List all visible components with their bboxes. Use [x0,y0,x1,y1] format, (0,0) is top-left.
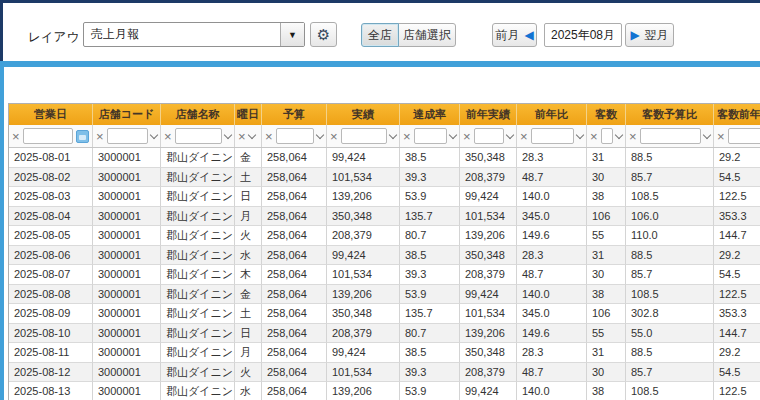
data-grid: 営業日店舗コード店舗名称曜日予算実績達成率前年実績前年比客数客数予算比客数前年比… [8,103,760,400]
table-cell: 月 [235,207,262,227]
header-row: 営業日店舗コード店舗名称曜日予算実績達成率前年実績前年比客数客数予算比客数前年比 [9,104,760,125]
filter-input[interactable] [175,128,222,144]
table-row[interactable]: 2025-08-033000001郡山ダイニング日258,064139,2065… [9,187,760,207]
table-cell: 108.5 [626,285,714,305]
chevron-down-icon[interactable] [247,130,255,138]
column-header[interactable]: 客数前年比 [714,104,760,125]
clear-filter-icon[interactable]: × [12,130,20,143]
table-cell: 144.7 [714,226,760,246]
table-cell: 122.5 [714,285,760,305]
table-cell: 258,064 [262,304,327,324]
calendar-icon[interactable] [76,130,89,143]
column-header[interactable]: 客数予算比 [626,104,714,125]
chevron-down-icon[interactable] [506,130,514,138]
table-cell: 54.5 [714,265,760,285]
table-cell: 日 [235,324,262,344]
column-header[interactable]: 客数 [587,104,626,125]
table-row[interactable]: 2025-08-083000001郡山ダイニング金258,064139,2065… [9,285,760,305]
table-cell: 土 [235,168,262,188]
column-header[interactable]: 営業日 [9,104,93,125]
table-cell: 345.0 [517,304,587,324]
clear-filter-icon[interactable]: × [463,130,471,143]
column-header[interactable]: 実績 [327,104,400,125]
settings-button[interactable]: ⚙ [310,22,337,47]
column-header[interactable]: 店舗名称 [161,104,235,125]
clear-filter-icon[interactable]: × [717,130,725,143]
store-select-button[interactable]: 店舗選択 [398,23,456,47]
column-header[interactable]: 前年比 [517,104,587,125]
filter-input[interactable] [601,128,613,144]
chevron-down-icon[interactable] [316,130,324,138]
clear-filter-icon[interactable]: × [590,130,598,143]
column-header[interactable]: 達成率 [400,104,460,125]
filter-input[interactable] [414,128,447,144]
chevron-down-icon[interactable] [224,130,232,138]
table-cell: 29.2 [714,148,760,168]
filter-input[interactable] [107,128,148,144]
filter-input[interactable] [640,128,701,144]
chevron-down-icon[interactable] [150,130,158,138]
table-cell: 28.3 [517,148,587,168]
table-cell: 108.5 [626,382,714,400]
table-row[interactable]: 2025-08-053000001郡山ダイニング火258,064208,3798… [9,226,760,246]
chevron-down-icon[interactable] [389,130,397,138]
clear-filter-icon[interactable]: × [520,130,528,143]
table-cell: 106 [587,304,626,324]
table-row[interactable]: 2025-08-063000001郡山ダイニング水258,06499,42438… [9,246,760,266]
column-header[interactable]: 店舗コード [93,104,161,125]
filter-cell: × [626,125,714,147]
table-cell: 54.5 [714,363,760,383]
table-cell: 郡山ダイニング [161,265,235,285]
all-stores-button[interactable]: 全店 [361,23,399,47]
table-cell: 353.3 [714,207,760,227]
chevron-down-icon[interactable] [615,130,623,138]
table-cell: 101,534 [327,265,400,285]
table-row[interactable]: 2025-08-013000001郡山ダイニング金258,06499,42438… [9,148,760,168]
filter-input[interactable] [341,128,387,144]
filter-input[interactable] [23,128,73,144]
clear-filter-icon[interactable]: × [265,130,273,143]
table-cell: 122.5 [714,382,760,400]
filter-cell: × [587,125,626,147]
table-cell: 101,534 [327,363,400,383]
next-month-button[interactable]: ▶ 翌月 [625,23,674,47]
prev-month-button[interactable]: 前月 ◀ [492,23,537,47]
table-row[interactable]: 2025-08-133000001郡山ダイニング水258,064139,2065… [9,382,760,400]
clear-filter-icon[interactable]: × [629,130,637,143]
column-header[interactable]: 予算 [262,104,327,125]
column-header[interactable]: 曜日 [235,104,262,125]
table-row[interactable]: 2025-08-103000001郡山ダイニング日258,064208,3798… [9,324,760,344]
filter-input[interactable] [276,128,314,144]
table-cell: 38.5 [400,148,460,168]
table-cell: 208,379 [460,168,517,188]
table-row[interactable]: 2025-08-093000001郡山ダイニング土258,064350,3481… [9,304,760,324]
filter-input[interactable] [474,128,504,144]
chevron-down-icon[interactable] [703,130,711,138]
table-cell: 3000001 [93,246,161,266]
clear-filter-icon[interactable]: × [96,130,104,143]
column-header[interactable]: 前年実績 [460,104,517,125]
chevron-down-icon[interactable] [449,130,457,138]
table-cell: 2025-08-01 [9,148,93,168]
clear-filter-icon[interactable]: × [238,130,246,143]
clear-filter-icon[interactable]: × [403,130,411,143]
month-field[interactable]: 2025年08月 [544,23,622,47]
table-cell: 39.3 [400,265,460,285]
arrow-right-icon: ▶ [630,29,639,41]
table-row[interactable]: 2025-08-073000001郡山ダイニング木258,064101,5343… [9,265,760,285]
table-cell: 99,424 [460,285,517,305]
clear-filter-icon[interactable]: × [164,130,172,143]
filter-input[interactable] [728,128,760,144]
chevron-down-icon[interactable] [576,130,584,138]
table-row[interactable]: 2025-08-113000001郡山ダイニング月258,06499,42438… [9,343,760,363]
table-row[interactable]: 2025-08-123000001郡山ダイニング火258,064101,5343… [9,363,760,383]
table-row[interactable]: 2025-08-043000001郡山ダイニング月258,064350,3481… [9,207,760,227]
filter-cell: × [9,125,93,147]
combobox-dropdown-button[interactable]: ▼ [280,23,304,46]
table-row[interactable]: 2025-08-023000001郡山ダイニング土258,064101,5343… [9,168,760,188]
filter-input[interactable] [531,128,574,144]
table-cell: 2025-08-03 [9,187,93,207]
clear-filter-icon[interactable]: × [330,130,338,143]
layout-combobox[interactable]: 売上月報 ▼ [83,22,305,47]
table-cell: 101,534 [327,168,400,188]
